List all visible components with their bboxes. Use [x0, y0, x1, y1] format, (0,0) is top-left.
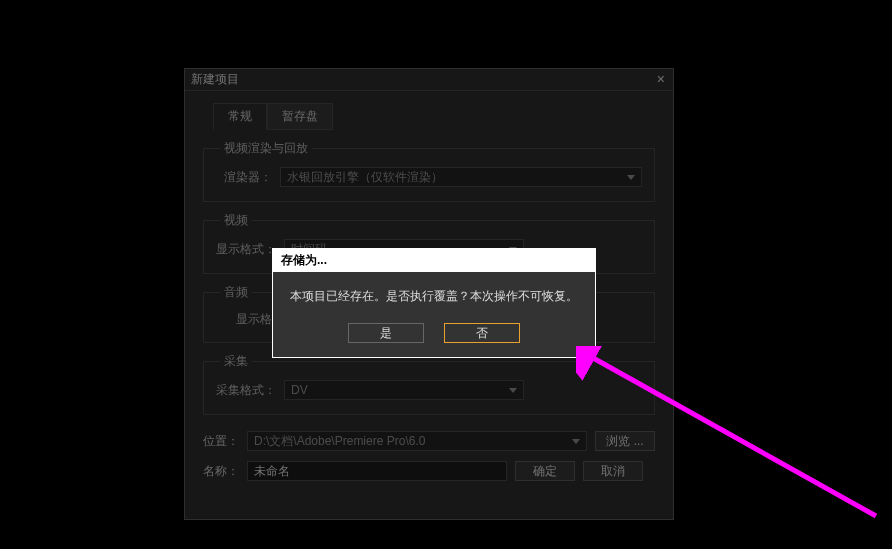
capture-format-value: DV — [291, 383, 308, 397]
tab-general[interactable]: 常规 — [213, 103, 267, 130]
dialog-title: 新建项目 — [191, 71, 239, 88]
close-icon[interactable]: × — [657, 71, 665, 87]
browse-button[interactable]: 浏览 ... — [595, 431, 655, 451]
group-audio-legend: 音频 — [220, 284, 252, 301]
renderer-label: 渲染器： — [216, 169, 272, 186]
location-label: 位置： — [203, 433, 239, 450]
group-video-render-legend: 视频渲染与回放 — [220, 140, 312, 157]
group-video-legend: 视频 — [220, 212, 252, 229]
no-button[interactable]: 否 — [444, 323, 520, 343]
renderer-select[interactable]: 水银回放引擎（仅软件渲染） — [280, 167, 642, 187]
ok-button[interactable]: 确定 — [515, 461, 575, 481]
save-as-title: 存储为... — [273, 249, 595, 272]
name-value: 未命名 — [254, 463, 290, 480]
group-capture-legend: 采集 — [220, 353, 252, 370]
save-as-message: 本项目已经存在。是否执行覆盖？本次操作不可恢复。 — [287, 288, 581, 305]
renderer-value: 水银回放引擎（仅软件渲染） — [287, 169, 443, 186]
audio-format-label: 显示格 — [216, 311, 272, 328]
tab-scratch-disks[interactable]: 暂存盘 — [267, 103, 333, 130]
save-as-dialog: 存储为... 本项目已经存在。是否执行覆盖？本次操作不可恢复。 是 否 — [272, 248, 596, 358]
group-video-render: 视频渲染与回放 渲染器： 水银回放引擎（仅软件渲染） — [203, 140, 655, 202]
video-format-label: 显示格式： — [216, 241, 276, 258]
capture-format-label: 采集格式： — [216, 382, 276, 399]
name-label: 名称： — [203, 463, 239, 480]
location-value: D:\文档\Adobe\Premiere Pro\6.0 — [254, 433, 425, 450]
tabs: 常规 暂存盘 — [213, 103, 655, 130]
name-input[interactable]: 未命名 — [247, 461, 507, 481]
group-capture: 采集 采集格式： DV — [203, 353, 655, 415]
capture-format-select[interactable]: DV — [284, 380, 524, 400]
location-select[interactable]: D:\文档\Adobe\Premiere Pro\6.0 — [247, 431, 587, 451]
cancel-button[interactable]: 取消 — [583, 461, 643, 481]
dialog-title-bar: 新建项目 × — [185, 69, 673, 91]
yes-button[interactable]: 是 — [348, 323, 424, 343]
